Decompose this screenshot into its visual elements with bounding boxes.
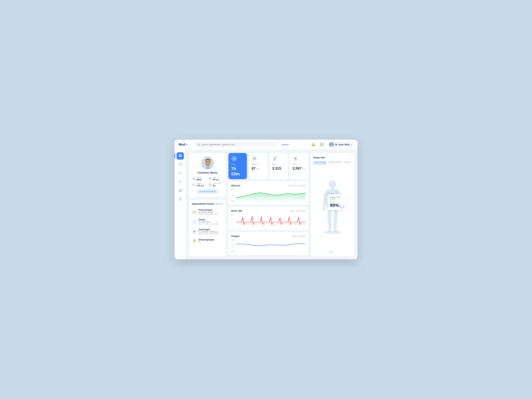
user-name: Dr. Isaac Wick xyxy=(335,143,350,146)
height-icon xyxy=(192,183,196,187)
bell-icon: 🔔 xyxy=(311,143,315,146)
appt-arrow-icon: › xyxy=(222,211,223,213)
glucose-svg-wrap xyxy=(236,189,306,202)
dot-2 xyxy=(332,252,333,252)
appt-specialty-icon: 🦷 xyxy=(192,219,197,224)
blood-type-label: Blood type xyxy=(213,183,221,184)
oxygen-svg-wrap xyxy=(236,239,306,252)
tab-skeletal[interactable]: Skeletal system xyxy=(328,161,342,164)
app-window: Med+ 🔍 Search 🔔 💬 Dr. xyxy=(175,140,357,259)
oxygen-chart-header: Oxygen › Today: avg. 99% xyxy=(231,235,306,237)
sidebar-item-add[interactable] xyxy=(177,178,184,185)
appt-details: Dentist Dr. John Wick 15:00 - 17:00, 11 … xyxy=(198,219,221,225)
search-input[interactable] xyxy=(201,143,275,146)
header-right: 🔔 💬 Dr. Isaac Wick ▾ xyxy=(310,142,354,148)
logo: Med+ xyxy=(178,142,192,147)
steps-label: Steps xyxy=(272,163,285,165)
search-button[interactable]: Search xyxy=(282,143,289,146)
svg-point-33 xyxy=(329,181,336,188)
svg-point-32 xyxy=(324,231,341,234)
sidebar-item-messages[interactable] xyxy=(177,170,184,177)
glucose-arrow[interactable]: › xyxy=(241,184,241,187)
appointments-section: Appointment history See all › 🫁 Pulmonol… xyxy=(189,200,226,256)
appt-doctor: Dr. ... xyxy=(198,241,221,243)
sidebar-item-dashboard[interactable] xyxy=(177,152,184,160)
svg-rect-13 xyxy=(179,190,180,191)
svg-point-1 xyxy=(331,143,332,145)
burn-value: 2,587 kcal xyxy=(292,166,306,171)
sidebar-item-docs[interactable] xyxy=(177,196,184,203)
svg-point-2 xyxy=(330,145,333,147)
svg-rect-7 xyxy=(179,163,182,165)
glucose-meta: Today: avg. 211 mg/dl xyxy=(288,184,306,187)
patient-card: Courtney Henry Gender xyxy=(189,153,226,197)
see-all-info-button[interactable]: See all information xyxy=(196,189,219,194)
notification-button[interactable]: 🔔 xyxy=(310,142,316,148)
patient-photo xyxy=(201,156,214,170)
oxygen-change: +1.2% xyxy=(330,198,341,200)
appt-specialty-icon: 👂 xyxy=(192,238,197,243)
weight-label: Weight xyxy=(252,163,265,165)
body-nav-prev[interactable]: ‹ xyxy=(326,250,327,253)
appt-specialty: Cardiologist xyxy=(198,228,221,231)
message-button[interactable]: 💬 xyxy=(319,142,325,148)
right-panel: Body info ⋯ Pulmonology Skeletal system … xyxy=(311,153,354,256)
dot-1 xyxy=(330,252,331,252)
more-icon[interactable]: ⋯ xyxy=(348,156,351,159)
heart-rate-header: Heart rate › Today: avg. 80 bpm xyxy=(231,209,306,212)
appointment-item[interactable]: 🫁 Pulmonologist Dr. Dianne Russel 10:00 … xyxy=(192,207,223,217)
gender-icon xyxy=(192,177,196,181)
body-nav-next[interactable]: › xyxy=(338,250,339,253)
burn-label: Burn xyxy=(292,163,306,165)
sidebar-item-calendar[interactable] xyxy=(177,161,184,168)
blood-type-value: B+ xyxy=(213,184,221,187)
appointment-item[interactable]: 🦷 Dentist Dr. John Wick 15:00 - 17:00, 1… xyxy=(192,217,223,227)
svg-point-31 xyxy=(276,158,276,158)
search-bar[interactable]: 🔍 xyxy=(195,142,278,147)
appt-specialty: Otolaryngologist xyxy=(198,239,221,241)
appt-time: 09:30 - 10:00, 24 Feb 2022 xyxy=(198,233,221,235)
heart-rate-title: Heart rate › xyxy=(231,209,243,212)
avatar xyxy=(329,142,334,147)
blood-type-info: Blood type B+ xyxy=(208,183,223,187)
oxygen-chart-arrow[interactable]: › xyxy=(240,235,241,237)
glucose-card: Glucose › Today: avg. 211 mg/dl 30020010… xyxy=(228,182,308,204)
svg-rect-34 xyxy=(331,188,334,190)
oxygen-level-label: Oxygen level xyxy=(330,196,341,198)
see-all-appointments[interactable]: See all › xyxy=(216,203,223,205)
heart-rate-meta: Today: avg. 80 bpm xyxy=(290,210,306,212)
burn-icon xyxy=(292,156,298,162)
svg-rect-14 xyxy=(180,190,181,191)
dot-3 xyxy=(334,252,335,252)
chart-icon xyxy=(179,189,182,192)
tab-muscle[interactable]: Muscle system xyxy=(344,161,351,164)
main-layout: Courtney Henry Gender xyxy=(175,150,357,259)
content: Courtney Henry Gender xyxy=(186,150,357,259)
dashboard-icon xyxy=(179,154,182,158)
glucose-title: Glucose › xyxy=(231,184,241,187)
appointment-item[interactable]: 👂 Otolaryngologist Dr. ... › xyxy=(192,237,223,245)
heart-rate-arrow[interactable]: › xyxy=(243,210,243,212)
oxygen-chart-title: Oxygen › xyxy=(231,235,241,237)
appt-specialty: Dentist xyxy=(198,219,221,221)
glucose-chart: 300200100 xyxy=(231,189,306,202)
body-nav-dots xyxy=(330,252,335,252)
document-icon xyxy=(179,197,182,201)
gender-label: Gender xyxy=(196,177,202,178)
blood-type-icon xyxy=(208,183,212,187)
appointment-item[interactable]: ❤ Cardiologist Dr. Cameron Williamson 09… xyxy=(192,227,223,237)
user-menu[interactable]: Dr. Isaac Wick ▾ xyxy=(328,142,354,148)
patient-info-grid: Gender Male xyxy=(192,177,223,187)
sidebar-item-stats[interactable] xyxy=(177,187,184,194)
tab-pulmonology[interactable]: Pulmonology xyxy=(314,161,326,164)
appt-details: Cardiologist Dr. Cameron Williamson 09:3… xyxy=(198,228,221,235)
search-icon: 🔍 xyxy=(197,143,200,146)
appt-doctor: Dr. John Wick xyxy=(198,221,221,223)
appt-doctor: Dr. Cameron Williamson xyxy=(198,231,221,233)
body-svg-container: Oxygen level +1.2% SpO2 98% xyxy=(319,179,346,236)
weight-value: 87 kg xyxy=(252,166,265,171)
oxygen-chart-area: 100%99%98% xyxy=(231,239,306,252)
height-info: Height 175 cm xyxy=(192,183,207,187)
heart-rate-card: Heart rate › Today: avg. 80 bpm 1008075 xyxy=(228,207,308,230)
stat-card-steps: Steps 3,315 xyxy=(269,153,288,179)
